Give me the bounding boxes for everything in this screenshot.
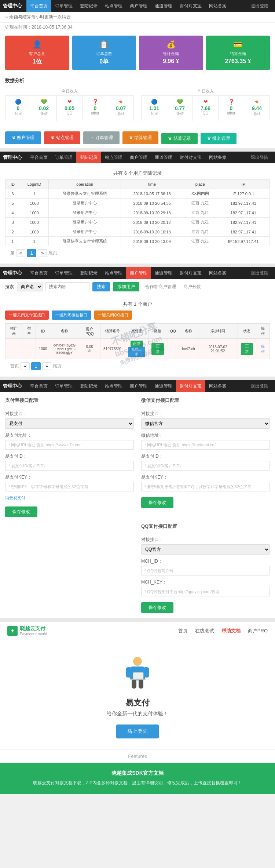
wechat-channel-select[interactable]: 微信官方: [141, 418, 270, 429]
nav4-channel[interactable]: 通道管理: [151, 380, 176, 392]
wechat-url-input[interactable]: [141, 440, 270, 450]
search-btn[interactable]: 搜索: [92, 282, 110, 291]
nav2-alipay[interactable]: 财付对支宝: [176, 152, 205, 163]
nav3-home[interactable]: 平台首页: [26, 267, 51, 279]
nav4-alipay[interactable]: 财付对支宝: [176, 380, 205, 392]
row-time: 2018-09-10 20:13:09: [121, 237, 183, 246]
page-current[interactable]: 1: [27, 249, 36, 257]
btn-account-manage[interactable]: ♛ 账户管理: [5, 131, 41, 144]
btn-order-manage[interactable]: → 订单管理: [83, 131, 120, 144]
alipay-channel-select[interactable]: 易支付: [5, 418, 134, 429]
nav3-alipay[interactable]: 财付对支宝: [176, 267, 205, 279]
landing-nav-links: 首页 在线测试 帮助文档 商户PRO: [178, 628, 268, 634]
btn-close-qq[interactable]: 一键关闭QQ接口: [94, 310, 132, 320]
nav-item-merchant[interactable]: 商户管理: [126, 0, 151, 12]
mcol-room: 宿舍: [22, 324, 36, 339]
stat-label-total: 统计金额: [163, 51, 179, 57]
wechat-url-label: 微信地址：: [141, 432, 270, 439]
merchant-name: 66YDZ4tSy62yLLh22ELgME9E699KgjyY: [50, 339, 79, 359]
merchant-ops[interactable]: 操作: [256, 339, 270, 359]
nav2-login-log[interactable]: 登陆记录: [76, 152, 101, 163]
nav3-login-log[interactable]: 登陆记录: [76, 267, 101, 279]
nav-item-channel[interactable]: 通道管理: [151, 0, 176, 12]
login-log-table: ID LoginID operation time place IP 6 1 登…: [5, 179, 270, 246]
nav-item-alipay[interactable]: 财付对支宝: [176, 0, 205, 12]
nav2-home[interactable]: 平台首页: [26, 152, 51, 163]
qq-channel-select[interactable]: QQ官方: [141, 544, 270, 555]
nav3-channel[interactable]: 通道管理: [151, 267, 176, 279]
nav2-filing[interactable]: 网站备案: [205, 152, 230, 163]
wechat-id-input[interactable]: [141, 461, 270, 471]
nav3-orders[interactable]: 订单管理: [51, 267, 76, 279]
mpage-next[interactable]: »: [42, 362, 51, 370]
nav4-logout[interactable]: 退出登陆: [247, 380, 272, 392]
nav4-site[interactable]: 站点管理: [101, 380, 126, 392]
row-time: 2018-09-10 20:54:35: [121, 199, 183, 208]
nav-item-login-log[interactable]: 登陆记录: [76, 0, 101, 12]
hero-login-btn[interactable]: 马上登陆: [116, 724, 159, 738]
qq-channel-row: 对接接口： QQ官方: [141, 537, 270, 555]
nav4-merchant[interactable]: 商户管理: [126, 380, 151, 392]
nav-item-logout[interactable]: 退出登陆: [247, 0, 272, 12]
alipay-save-btn[interactable]: 保存修改: [5, 506, 37, 517]
wechat-save-btn[interactable]: 保存修改: [141, 497, 173, 508]
yest-qq-icon: ❤: [194, 99, 217, 105]
btn-settle-manage[interactable]: ♛ 结算管理: [122, 131, 158, 144]
merchant-panel: 不错吧分享 bbs.bcbs.com 免费精品源码下载 共有 1 个商户 一键关…: [0, 294, 275, 377]
nav2-merchant[interactable]: 商户管理: [126, 152, 151, 163]
wechat-config-col: 微信支付接口配置 对接接口： 微信官方 微信地址： 易支付ID： 易支付KEY：: [141, 397, 270, 517]
nav3-filing[interactable]: 网站备案: [205, 267, 230, 279]
nav2-orders[interactable]: 订单管理: [51, 152, 76, 163]
alipay-key-input[interactable]: [5, 482, 134, 491]
qq-save-btn[interactable]: 保存修改: [141, 602, 173, 613]
alipay-url-input[interactable]: [5, 440, 134, 450]
landing-nav-home[interactable]: 首页: [178, 628, 188, 634]
tab-cooperation[interactable]: 合作客商户管理: [145, 284, 176, 290]
search-input[interactable]: [45, 282, 89, 291]
wechat-key-input[interactable]: [141, 482, 270, 491]
nav4-home[interactable]: 平台首页: [26, 380, 51, 392]
row-id: 2: [6, 227, 20, 237]
landing-nav-test[interactable]: 在线测试: [195, 628, 214, 634]
qq-mch-key-input[interactable]: [141, 587, 270, 596]
add-user-btn[interactable]: 添加用户: [113, 282, 139, 291]
nav3-logout[interactable]: 退出登陆: [247, 267, 272, 279]
nav4-filing[interactable]: 网站备案: [205, 380, 230, 392]
nav-item-home[interactable]: 平台首页: [26, 0, 51, 12]
nav4-login-log[interactable]: 登陆记录: [76, 380, 101, 392]
btn-close-alipay[interactable]: 一键关闭支付宝接口: [5, 310, 49, 320]
search-type-select[interactable]: 商户名 ID: [17, 282, 43, 291]
nav2-site[interactable]: 站点管理: [101, 152, 126, 163]
btn-rank-manage[interactable]: ♛ 排名管理: [201, 133, 236, 144]
row-loginid: 1: [20, 237, 48, 246]
qq-mch-id-input[interactable]: [141, 566, 270, 575]
page-end: 尾页: [48, 250, 57, 256]
nav3-site[interactable]: 站点管理: [101, 267, 126, 279]
alipay-id-input[interactable]: [5, 461, 134, 471]
today-wechat-label: 微信: [33, 111, 55, 116]
nav-item-orders[interactable]: 订单管理: [51, 0, 76, 12]
nav2-channel[interactable]: 通道管理: [151, 152, 176, 163]
btn-site-manage[interactable]: ♛ 站点管理: [44, 131, 80, 144]
yest-other-label: other: [220, 111, 242, 115]
nav4-orders[interactable]: 订单管理: [51, 380, 76, 392]
nav3-merchant[interactable]: 商户管理: [126, 267, 151, 279]
btn-close-wechat[interactable]: 一键列闭微信接口: [52, 310, 91, 320]
row-id: 6: [6, 189, 20, 199]
tab-score[interactable]: 商户分数: [183, 284, 201, 290]
mpage-current[interactable]: 1: [31, 362, 40, 370]
mpage-prev[interactable]: «: [21, 362, 30, 370]
page-prev[interactable]: «: [16, 249, 25, 257]
row-time: 2018-09-10 20:20:12: [121, 218, 183, 227]
nav-bar-3: 管理中心 平台首页 订单管理 登陆记录 站点管理 商户管理 通道管理 财付对支宝…: [0, 267, 275, 279]
nav-item-site[interactable]: 站点管理: [101, 0, 126, 12]
nav-item-filing[interactable]: 网站备案: [205, 0, 230, 12]
btn-settle-record[interactable]: ♛ 结算记录: [161, 133, 197, 144]
yest-qq-value: 7.66: [194, 105, 217, 111]
page-next[interactable]: »: [38, 249, 47, 257]
stat-label-settled: 结算金额: [230, 51, 246, 57]
mcol-pqq: 用户PQQ: [79, 324, 100, 339]
nav2-logout[interactable]: 退出登陆: [247, 152, 272, 163]
landing-nav-pro[interactable]: 商户PRO: [248, 628, 268, 634]
landing-nav-docs[interactable]: 帮助文档: [221, 628, 241, 634]
